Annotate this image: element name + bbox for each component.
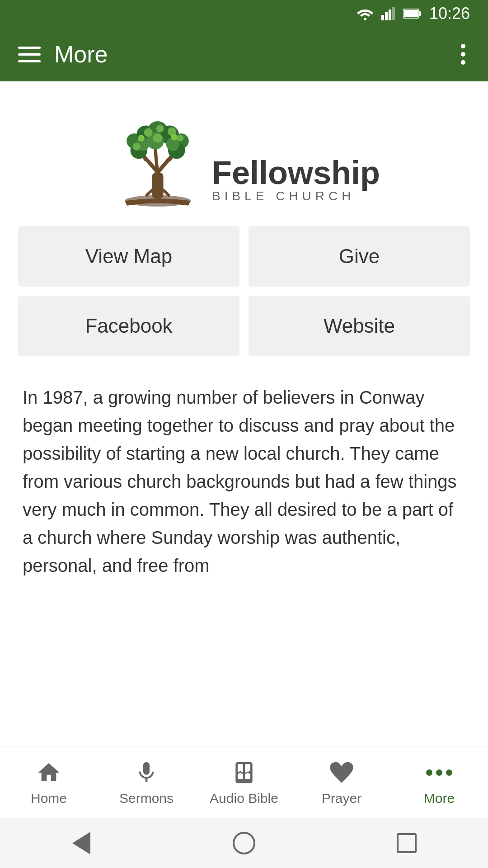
battery-icon — [403, 8, 421, 19]
svg-point-20 — [133, 143, 141, 151]
app-bar: More — [0, 27, 488, 81]
nav-item-home[interactable]: Home — [0, 755, 98, 811]
nav-item-audio-bible[interactable]: Audio Bible — [195, 755, 293, 811]
svg-rect-1 — [381, 15, 384, 20]
wifi-icon — [357, 7, 373, 20]
action-buttons-grid: View Map Give Facebook Website — [0, 217, 488, 365]
overflow-menu-button[interactable] — [456, 39, 470, 69]
svg-point-26 — [138, 135, 145, 142]
status-bar: 10:26 — [0, 0, 488, 27]
website-button[interactable]: Website — [249, 296, 470, 356]
audio-bible-nav-icon — [230, 759, 258, 786]
svg-rect-6 — [419, 11, 421, 16]
audio-bible-nav-label: Audio Bible — [210, 791, 278, 806]
svg-point-25 — [153, 133, 163, 143]
android-recents-button[interactable] — [389, 825, 425, 861]
svg-rect-2 — [385, 12, 388, 20]
description-text: In 1987, a growing number of believers i… — [23, 383, 465, 580]
nav-item-sermons[interactable]: Sermons — [98, 755, 195, 811]
church-logo: Fellowship BIBLE CHURCH — [0, 81, 488, 217]
home-circle-icon — [233, 832, 255, 854]
android-home-button[interactable] — [226, 825, 262, 861]
page-title: More — [54, 41, 456, 68]
signal-icon — [381, 7, 395, 20]
prayer-nav-icon — [328, 759, 355, 786]
home-nav-label: Home — [31, 791, 67, 806]
svg-point-21 — [144, 128, 153, 137]
svg-point-24 — [177, 135, 184, 142]
church-description: In 1987, a growing number of believers i… — [0, 365, 488, 598]
tree-illustration — [108, 99, 207, 208]
svg-point-27 — [171, 134, 178, 141]
status-time: 10:26 — [429, 4, 470, 23]
svg-rect-4 — [392, 7, 395, 20]
facebook-button[interactable]: Facebook — [18, 296, 239, 356]
hamburger-menu-button[interactable] — [18, 47, 41, 62]
svg-rect-3 — [389, 9, 391, 20]
home-nav-icon — [35, 759, 62, 786]
recents-square-icon — [397, 833, 417, 853]
android-back-button[interactable] — [63, 825, 99, 861]
nav-item-prayer[interactable]: Prayer — [293, 755, 390, 811]
svg-point-0 — [364, 18, 366, 20]
fellowship-label: Fellowship — [212, 156, 380, 189]
church-name-block: Fellowship BIBLE CHURCH — [212, 156, 380, 208]
android-navigation-bar — [0, 818, 488, 868]
sermons-nav-icon — [133, 759, 160, 786]
more-nav-icon — [426, 759, 453, 786]
status-icons: 10:26 — [357, 4, 470, 23]
back-triangle-icon — [72, 832, 90, 854]
sermons-nav-label: Sermons — [119, 791, 174, 806]
nav-item-more[interactable]: More — [390, 755, 488, 811]
bottom-navigation: Home Sermons Audio Bible Prayer — [0, 746, 488, 818]
give-button[interactable]: Give — [249, 226, 470, 287]
bible-church-label: BIBLE CHURCH — [212, 189, 380, 203]
view-map-button[interactable]: View Map — [18, 226, 239, 287]
svg-rect-7 — [404, 10, 418, 17]
more-nav-label: More — [424, 791, 455, 806]
svg-point-22 — [156, 125, 164, 132]
prayer-nav-label: Prayer — [322, 791, 361, 806]
